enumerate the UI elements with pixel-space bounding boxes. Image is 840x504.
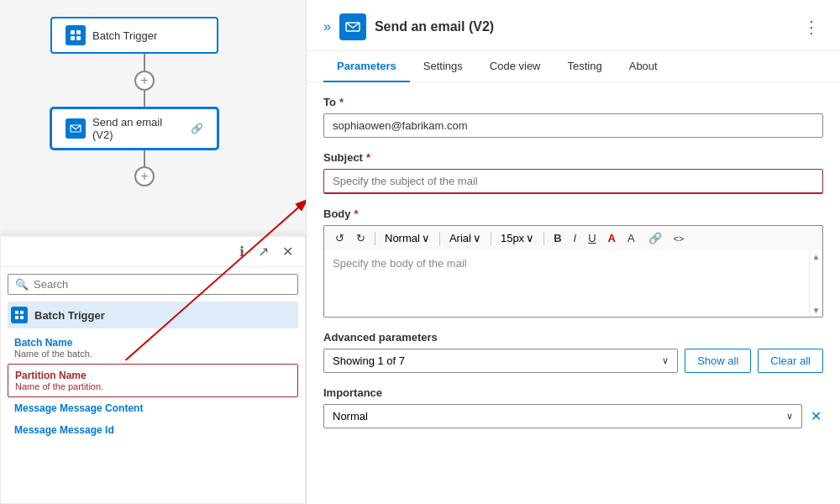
svg-rect-3 [76,36,81,40]
body-placeholder: Specify the body of the mail [333,257,467,270]
undo-button[interactable]: ↺ [331,229,349,247]
tab-testing[interactable]: Testing [554,51,616,82]
to-label: To * [323,96,823,108]
dynamic-item-batch-name[interactable]: Batch Name Name of the batch. [8,332,298,364]
advanced-params-row: Showing 1 of 7 ∨ Show all Clear all [323,349,823,373]
send-email-label: Send an email (V2) [92,116,184,141]
importance-dropdown-arrow: ∨ [786,411,793,422]
dynamic-item-message-id[interactable]: Message Message Id [8,419,298,441]
importance-row: Normal ∨ ✕ [323,404,823,428]
panel-expand-button[interactable]: ↗ [255,242,272,261]
advanced-params-label: Advanced parameters [323,331,823,344]
flow-designer: Batch Trigger + Send an email (V2) 🔗 + [0,0,307,504]
size-dropdown[interactable]: 15px ∨ [496,229,538,247]
to-required-star: * [339,96,344,108]
subject-required-star: * [366,151,370,164]
tab-code-view[interactable]: Code view [476,51,554,82]
svg-rect-5 [15,311,18,314]
bold-button[interactable]: B [549,229,565,247]
importance-group: Importance Normal ∨ ✕ [323,386,823,428]
body-field-group: Body * ↺ ↻ Normal ∨ Arial ∨ [323,207,823,318]
dynamic-content-panel: ℹ ↗ ✕ 🔍 Batch Trigger Ba [0,235,306,504]
editor-tabs: Parameters Settings Code view Testing Ab… [307,51,840,82]
toolbar-sep-4 [543,232,544,245]
search-input[interactable] [34,278,291,291]
editor-node-icon [339,13,366,40]
highlight-button[interactable]: A [623,229,641,247]
scroll-up-icon[interactable]: ▲ [812,252,821,261]
scroll-down-icon[interactable]: ▼ [812,306,821,315]
toolbar-sep-2 [439,232,440,245]
add-step-button-2[interactable]: + [134,166,155,186]
advanced-dropdown-arrow: ∨ [662,355,669,366]
to-field-group: To * [323,96,823,138]
body-editor-area[interactable]: Specify the body of the mail ▲ ▼ [323,250,823,318]
size-chevron: ∨ [526,232,534,244]
toolbar-sep-3 [491,232,491,245]
action-editor: » Send an email (V2) ⋮ Parameters Settin… [307,0,840,504]
dynamic-item-message-content[interactable]: Message Message Content [8,397,298,419]
panel-close-button[interactable]: ✕ [279,242,297,261]
show-all-button[interactable]: Show all [685,349,751,373]
to-input[interactable] [323,113,823,138]
send-email-node[interactable]: Send an email (V2) 🔗 [50,108,218,150]
toolbar-sep-1 [375,232,375,245]
font-color-button[interactable]: A [604,229,620,247]
connector-line-1 [144,54,145,71]
section-node-icon [11,307,28,323]
link-button[interactable]: 🔗 [644,229,666,247]
undo-icon: ↺ [335,232,344,244]
svg-rect-6 [20,311,24,314]
link-icon: 🔗 [191,123,203,134]
close-importance-button[interactable]: ✕ [809,407,823,426]
subject-input[interactable] [323,169,823,194]
collapse-icon: » [323,19,331,34]
batch-trigger-node[interactable]: Batch Trigger [50,17,218,54]
batch-name-desc: Name of the batch. [14,349,291,359]
underline-button[interactable]: U [584,229,600,247]
body-label: Body * [323,207,823,220]
tab-about[interactable]: About [616,51,671,82]
importance-dropdown[interactable]: Normal ∨ [323,404,802,428]
more-options-button[interactable]: ⋮ [800,13,823,40]
collapse-panel-button[interactable]: » [323,19,331,34]
svg-rect-2 [71,36,75,40]
batch-trigger-node-icon [66,25,86,45]
batch-name-label: Batch Name [14,337,291,349]
svg-rect-8 [20,316,24,319]
subject-field-group: Subject * [323,151,823,194]
tab-settings[interactable]: Settings [410,51,476,82]
tab-parameters[interactable]: Parameters [323,51,410,82]
redo-button[interactable]: ↻ [352,229,370,247]
code-button[interactable]: <> [669,231,689,246]
more-icon: ⋮ [803,18,820,36]
body-toolbar: ↺ ↻ Normal ∨ Arial ∨ 15px ∨ [323,225,823,250]
advanced-params-dropdown[interactable]: Showing 1 of 7 ∨ [323,349,678,373]
add-step-button-1[interactable]: + [134,71,155,91]
panel-info-button[interactable]: ℹ [236,242,248,261]
batch-trigger-label: Batch Trigger [92,29,157,42]
svg-rect-1 [76,30,81,34]
italic-button[interactable]: I [570,229,581,247]
importance-value: Normal [333,410,368,423]
editor-title: Send an email (V2) [375,19,791,34]
advanced-params-group: Advanced parameters Showing 1 of 7 ∨ Sho… [323,331,823,373]
format-chevron: ∨ [422,232,430,244]
search-icon: 🔍 [15,278,29,291]
clear-all-button[interactable]: Clear all [758,349,823,373]
format-dropdown[interactable]: Normal ∨ [381,229,434,247]
advanced-dropdown-text: Showing 1 of 7 [333,354,405,367]
dynamic-search-box: 🔍 [8,274,298,295]
font-dropdown[interactable]: Arial ∨ [445,229,486,247]
section-title: Batch Trigger [34,309,105,322]
message-content-label: Message Message Content [14,402,291,414]
dynamic-item-partition-name[interactable]: Partition Name Name of the partition. [8,364,298,397]
editor-header: » Send an email (V2) ⋮ [307,0,840,51]
connector-2: + [134,150,155,186]
svg-rect-7 [15,316,18,319]
section-header: Batch Trigger [8,302,298,328]
body-scrollbar[interactable]: ▲ ▼ [809,250,822,317]
send-email-node-icon [66,118,86,139]
svg-rect-0 [71,30,75,34]
redo-icon: ↻ [356,232,365,244]
